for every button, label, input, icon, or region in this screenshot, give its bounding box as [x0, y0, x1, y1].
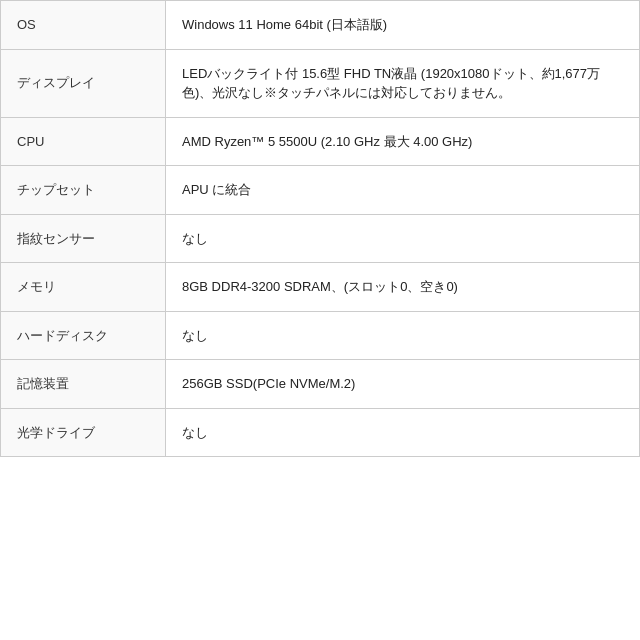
spec-value: LEDバックライト付 15.6型 FHD TN液晶 (1920x1080ドット、…	[166, 49, 640, 117]
spec-label: チップセット	[1, 166, 166, 215]
spec-value: APU に統合	[166, 166, 640, 215]
spec-value: なし	[166, 214, 640, 263]
spec-label: 指紋センサー	[1, 214, 166, 263]
spec-label: 記憶装置	[1, 360, 166, 409]
spec-value: 256GB SSD(PCIe NVMe/M.2)	[166, 360, 640, 409]
spec-label: ハードディスク	[1, 311, 166, 360]
spec-value: 8GB DDR4-3200 SDRAM、(スロット0、空き0)	[166, 263, 640, 312]
spec-label: ディスプレイ	[1, 49, 166, 117]
spec-value: なし	[166, 311, 640, 360]
spec-label: 光学ドライブ	[1, 408, 166, 457]
spec-table: OSWindows 11 Home 64bit (日本語版)ディスプレイLEDバ…	[0, 0, 640, 457]
table-row: 記憶装置256GB SSD(PCIe NVMe/M.2)	[1, 360, 640, 409]
spec-label: OS	[1, 1, 166, 50]
table-row: 指紋センサーなし	[1, 214, 640, 263]
table-row: CPUAMD Ryzen™ 5 5500U (2.10 GHz 最大 4.00 …	[1, 117, 640, 166]
table-row: ハードディスクなし	[1, 311, 640, 360]
table-row: ディスプレイLEDバックライト付 15.6型 FHD TN液晶 (1920x10…	[1, 49, 640, 117]
spec-value: Windows 11 Home 64bit (日本語版)	[166, 1, 640, 50]
spec-label: CPU	[1, 117, 166, 166]
table-row: 光学ドライブなし	[1, 408, 640, 457]
spec-value: なし	[166, 408, 640, 457]
table-row: メモリ8GB DDR4-3200 SDRAM、(スロット0、空き0)	[1, 263, 640, 312]
table-row: チップセットAPU に統合	[1, 166, 640, 215]
spec-label: メモリ	[1, 263, 166, 312]
spec-value: AMD Ryzen™ 5 5500U (2.10 GHz 最大 4.00 GHz…	[166, 117, 640, 166]
table-row: OSWindows 11 Home 64bit (日本語版)	[1, 1, 640, 50]
